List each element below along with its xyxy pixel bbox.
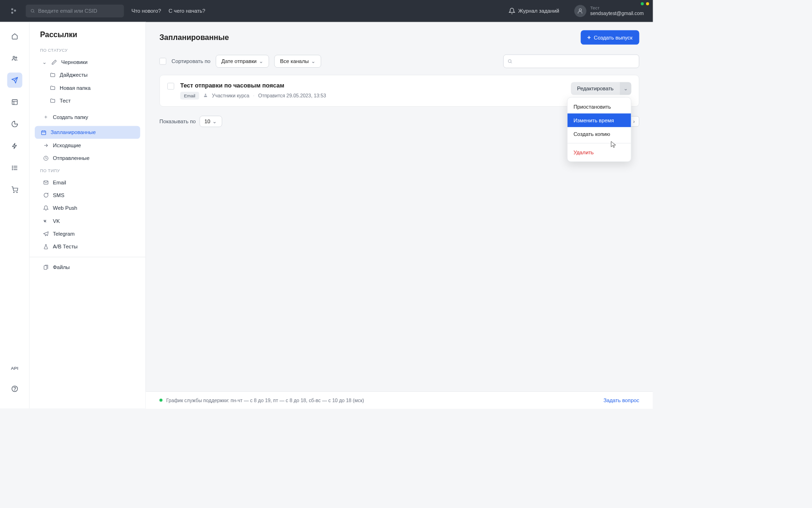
global-search-input[interactable] xyxy=(38,8,119,14)
audience-label: Участники курса xyxy=(212,93,249,98)
list-search[interactable] xyxy=(503,55,639,68)
row-actions-menu: Приостановить Изменить время Создать коп… xyxy=(567,97,632,162)
sidebar-drafts[interactable]: ⌄ Черновики xyxy=(30,56,146,68)
menu-delete[interactable]: Удалить xyxy=(568,146,631,159)
sidebar-item-label: Email xyxy=(53,179,66,185)
row-checkbox[interactable] xyxy=(167,83,174,89)
sidebar-item-label: Файлы xyxy=(53,264,70,270)
app-logo[interactable] xyxy=(9,7,18,16)
menu-pause[interactable]: Приостановить xyxy=(568,100,631,113)
home-icon xyxy=(11,33,18,40)
getting-started-link[interactable]: С чего начать? xyxy=(169,8,205,14)
cart-icon xyxy=(11,186,18,193)
svg-point-16 xyxy=(12,169,13,170)
plus-icon: + xyxy=(587,34,591,40)
nav-lists[interactable] xyxy=(7,160,22,175)
sidebar-digests[interactable]: Дайджесты xyxy=(30,69,146,81)
svg-point-28 xyxy=(508,60,511,63)
sidebar-vk[interactable]: VK xyxy=(30,214,146,227)
edit-dropdown-toggle[interactable]: ⌄ xyxy=(620,82,632,95)
sidebar-webpush[interactable]: Web Push xyxy=(30,202,146,214)
global-search[interactable] xyxy=(26,5,124,17)
sidebar-telegram[interactable]: Telegram xyxy=(30,227,146,240)
svg-point-15 xyxy=(12,167,13,168)
edit-button[interactable]: Редактировать xyxy=(571,82,619,95)
journal-label: Журнал заданий xyxy=(518,8,559,14)
sidebar-scheduled[interactable]: Запланированные xyxy=(35,126,140,139)
dropdown-value: Дате отправки xyxy=(221,58,257,64)
svg-point-3 xyxy=(31,9,34,12)
svg-rect-27 xyxy=(44,265,47,269)
pie-icon xyxy=(11,120,18,127)
mail-icon xyxy=(42,179,49,185)
sidebar-item-label: Дайджесты xyxy=(60,72,87,78)
nav-reports[interactable] xyxy=(7,117,22,132)
sidebar-ab-tests[interactable]: A/B Тесты xyxy=(30,240,146,253)
menu-copy[interactable]: Создать копию xyxy=(568,127,631,141)
chevron-down-icon: ⌄ xyxy=(624,86,628,91)
menu-change-time[interactable]: Изменить время xyxy=(568,113,631,127)
nav-home[interactable] xyxy=(7,29,22,44)
nav-automation[interactable] xyxy=(7,138,22,153)
user-menu[interactable]: Тест sendsaytest@gmail.com xyxy=(574,5,644,17)
sidebar-item-label: A/B Тесты xyxy=(53,244,78,250)
sidebar-outgoing[interactable]: Исходящие xyxy=(30,139,146,151)
sidebar-title: Рассылки xyxy=(30,30,146,44)
sidebar-sms[interactable]: SMS xyxy=(30,189,146,201)
svg-point-2 xyxy=(11,12,13,14)
section-by-status: ПО СТАТУСУ xyxy=(30,44,146,56)
flask-icon xyxy=(42,243,49,250)
person-icon xyxy=(577,8,584,14)
nav-campaigns[interactable] xyxy=(7,72,22,87)
nav-audience[interactable] xyxy=(7,51,22,66)
svg-point-0 xyxy=(11,8,13,10)
section-by-type: ПО ТИПУ xyxy=(30,165,146,176)
send-time-label: Отправится 29.05.2023, 13:53 xyxy=(258,93,326,98)
avatar xyxy=(574,5,586,17)
nav-templates[interactable] xyxy=(7,95,22,110)
sidebar-item-label: Тест xyxy=(60,97,70,103)
layout-icon xyxy=(11,99,18,105)
sidebar-sent[interactable]: Отправленные xyxy=(30,151,146,164)
sort-by-label: Сортировать по xyxy=(172,58,211,64)
per-page-label: Показывать по xyxy=(159,119,195,125)
per-page-dropdown[interactable]: 10 ⌄ xyxy=(200,116,222,127)
pencil-icon xyxy=(51,59,57,65)
campaign-card[interactable]: Тест отправки по часовым поясам Email Уч… xyxy=(159,75,639,107)
sidebar-item-label: Запланированные xyxy=(51,129,96,135)
svg-point-17 xyxy=(14,192,14,192)
sidebar-item-label: SMS xyxy=(53,192,64,198)
nav-help[interactable] xyxy=(7,381,22,396)
dropdown-value: Все каналы xyxy=(280,58,309,64)
sidebar-test[interactable]: Тест xyxy=(30,94,146,107)
sidebar: Рассылки ПО СТАТУСУ ⌄ Черновики Дайджест… xyxy=(30,22,146,409)
nav-api[interactable]: API xyxy=(11,365,18,371)
sidebar-item-label: VK xyxy=(53,218,60,224)
calendar-icon xyxy=(40,129,47,135)
chevron-down-icon: ⌄ xyxy=(212,119,217,125)
select-all-checkbox[interactable] xyxy=(159,58,166,64)
create-issue-button[interactable]: + Создать выпуск xyxy=(580,30,639,45)
whats-new-link[interactable]: Что нового? xyxy=(132,8,161,14)
page-title: Запланированные xyxy=(159,33,229,41)
list-search-input[interactable] xyxy=(513,58,635,64)
channel-dropdown[interactable]: Все каналы ⌄ xyxy=(274,55,321,68)
sidebar-email[interactable]: Email xyxy=(30,176,146,189)
sidebar-files[interactable]: Файлы xyxy=(30,261,146,274)
help-icon xyxy=(11,385,18,392)
sidebar-item-label: Telegram xyxy=(53,230,75,237)
bolt-icon xyxy=(11,143,18,149)
folder-icon xyxy=(49,71,56,78)
nav-commerce[interactable] xyxy=(7,183,22,198)
sidebar-item-label: Новая папка xyxy=(60,85,91,91)
channel-tag: Email xyxy=(180,92,199,99)
sidebar-create-folder[interactable]: ＋ Создать папку xyxy=(30,111,146,124)
sidebar-new-folder[interactable]: Новая папка xyxy=(30,81,146,94)
sidebar-item-label: Черновики xyxy=(61,59,87,65)
sort-dropdown[interactable]: Дате отправки ⌄ xyxy=(216,55,269,68)
journal-link[interactable]: Журнал заданий xyxy=(508,8,559,14)
ask-question-link[interactable]: Задать вопрос xyxy=(603,397,639,403)
dropdown-value: 10 xyxy=(204,119,211,125)
chevron-right-icon: › xyxy=(633,119,635,125)
svg-point-6 xyxy=(13,56,15,58)
